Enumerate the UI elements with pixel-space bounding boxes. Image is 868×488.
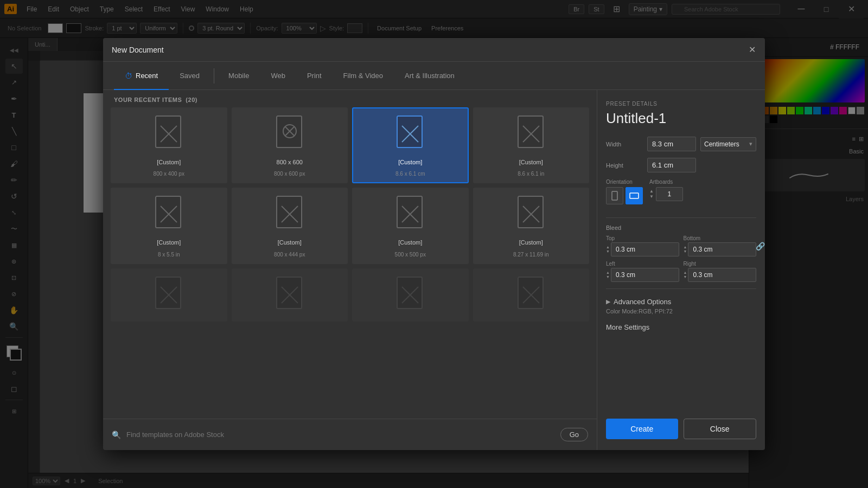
tab-recent[interactable]: ⏱ Recent <box>114 62 169 90</box>
bleed-right-down[interactable]: ▼ <box>684 275 687 279</box>
bleed-divider <box>606 217 756 218</box>
svg-rect-32 <box>518 277 543 309</box>
create-button[interactable]: Create <box>606 419 678 439</box>
close-button[interactable]: Close <box>684 419 757 439</box>
bleed-bottom-input-row: ▲ ▼ <box>684 242 757 256</box>
portrait-button[interactable] <box>606 187 623 204</box>
go-button[interactable]: Go <box>560 428 588 441</box>
advanced-divider <box>606 288 756 289</box>
template-card-2[interactable]: [Custom] 8.6 x 6.1 cm <box>352 107 469 183</box>
bleed-right-up[interactable]: ▲ <box>684 271 687 275</box>
bleed-bottom-down[interactable]: ▼ <box>684 249 687 254</box>
artboards-label: Artboards <box>649 179 683 185</box>
bleed-lr-grid: Left ▲ ▼ Right <box>606 261 756 282</box>
template-icon-7 <box>515 195 547 234</box>
landscape-button[interactable] <box>626 187 643 204</box>
tab-mobile[interactable]: Mobile <box>218 62 260 90</box>
template-card-7[interactable]: [Custom] 8.27 x 11.69 in <box>473 188 590 264</box>
bleed-left-field: Left ▲ ▼ <box>606 261 679 282</box>
template-search-input[interactable] <box>126 431 555 439</box>
tab-saved[interactable]: Saved <box>169 62 210 90</box>
tabs-divider <box>214 68 214 84</box>
template-card-6[interactable]: [Custom] 500 x 500 px <box>352 188 469 264</box>
width-row: Width Centimeters ▾ <box>606 137 756 151</box>
bleed-bottom-field: Bottom ▲ ▼ <box>684 235 757 256</box>
bleed-top-up[interactable]: ▲ <box>606 245 610 249</box>
template-card-8[interactable] <box>111 268 227 322</box>
bleed-top-down[interactable]: ▼ <box>606 249 610 254</box>
svg-rect-36 <box>630 193 639 198</box>
unit-dropdown[interactable]: Centimeters ▾ <box>700 137 756 151</box>
more-settings-link[interactable]: More Settings <box>606 323 756 331</box>
svg-rect-35 <box>612 191 617 200</box>
template-icon-4 <box>152 195 185 234</box>
template-icon-8 <box>152 276 185 315</box>
artboards-down[interactable]: ▼ <box>649 194 654 200</box>
svg-rect-17 <box>397 196 422 228</box>
template-label-6: [Custom] <box>398 239 422 247</box>
template-icon-2 <box>394 115 426 154</box>
template-card-4[interactable]: [Custom] 8 x 5.5 in <box>111 188 227 264</box>
bleed-left-spinner[interactable]: ▲ ▼ <box>606 271 610 279</box>
template-card-5[interactable]: [Custom] 800 x 444 px <box>232 188 348 264</box>
width-input[interactable] <box>647 137 696 151</box>
template-card-9[interactable] <box>232 268 348 322</box>
template-card-10[interactable] <box>352 268 469 322</box>
preset-panel: PRESET DETAILS Untitled-1 Width Centimet… <box>597 90 765 450</box>
bleed-top-spinner[interactable]: ▲ ▼ <box>606 245 610 253</box>
svg-rect-0 <box>156 116 181 147</box>
template-card-11[interactable] <box>473 268 590 322</box>
chevron-right-icon: ▶ <box>606 298 610 305</box>
artboards-input[interactable] <box>656 187 683 201</box>
template-icon-11 <box>515 276 547 315</box>
artboards-spinner[interactable]: ▲ ▼ <box>649 189 654 199</box>
bleed-left-input[interactable] <box>611 268 679 282</box>
bleed-top-input[interactable] <box>611 242 679 256</box>
recent-header: YOUR RECENT ITEMS (20) <box>103 90 597 107</box>
artboards-up[interactable]: ▲ <box>649 189 654 194</box>
new-document-dialog: New Document ✕ ⏱ Recent Saved Mobile Web… <box>103 38 765 450</box>
template-size-1: 800 x 600 px <box>274 171 305 177</box>
template-card-3[interactable]: [Custom] 8.6 x 6.1 in <box>473 107 590 183</box>
bleed-right-input[interactable] <box>688 268 756 282</box>
tab-film-video[interactable]: Film & Video <box>333 62 394 90</box>
bleed-left-down[interactable]: ▼ <box>606 275 610 279</box>
template-size-0: 800 x 400 px <box>154 171 184 177</box>
artboards-input-row: ▲ ▼ <box>649 187 683 201</box>
height-input[interactable] <box>647 158 696 172</box>
bleed-label: Bleed <box>606 224 756 231</box>
template-icon-0 <box>152 115 185 154</box>
bleed-bottom-spinner[interactable]: ▲ ▼ <box>684 245 687 253</box>
bleed-link-icon[interactable]: 🔗 <box>756 242 765 251</box>
svg-rect-8 <box>518 116 543 147</box>
template-size-3: 8.6 x 6.1 in <box>518 171 544 177</box>
bleed-top-label: Top <box>606 235 679 241</box>
svg-rect-26 <box>277 277 302 309</box>
tab-art-illustration[interactable]: Art & Illustration <box>394 62 465 90</box>
template-size-5: 800 x 444 px <box>274 252 305 258</box>
template-search-bar: 🔍 Go <box>103 419 597 450</box>
orientation-buttons <box>606 187 643 204</box>
orientation-section: Orientation <box>606 179 643 204</box>
template-icon-9 <box>273 276 306 315</box>
template-card-0[interactable]: [Custom] 800 x 400 px <box>111 107 227 183</box>
dialog-title-bar: New Document ✕ <box>103 38 765 62</box>
bleed-section: Bleed Top ▲ ▼ <box>606 224 756 282</box>
tab-print[interactable]: Print <box>296 62 333 90</box>
dialog-close-button[interactable]: ✕ <box>746 44 757 55</box>
bleed-bottom-input[interactable] <box>688 242 756 256</box>
color-mode-text: Color Mode:RGB, PPI:72 <box>606 308 756 314</box>
template-card-1[interactable]: 800 x 600 800 x 600 px <box>232 107 348 183</box>
bleed-bottom-up[interactable]: ▲ <box>684 245 687 249</box>
bleed-left-up[interactable]: ▲ <box>606 271 610 275</box>
preset-name[interactable]: Untitled-1 <box>606 110 756 127</box>
dialog-actions: Create Close <box>606 410 756 439</box>
bleed-right-spinner[interactable]: ▲ ▼ <box>684 271 687 279</box>
tab-web[interactable]: Web <box>260 62 296 90</box>
bleed-right-label: Right <box>684 261 757 267</box>
advanced-options-toggle[interactable]: ▶ Advanced Options <box>606 298 756 306</box>
svg-rect-5 <box>397 116 422 147</box>
dialog-tabs: ⏱ Recent Saved Mobile Web Print Film & V… <box>103 62 765 90</box>
template-size-7: 8.27 x 11.69 in <box>513 252 549 258</box>
svg-rect-29 <box>397 277 422 309</box>
